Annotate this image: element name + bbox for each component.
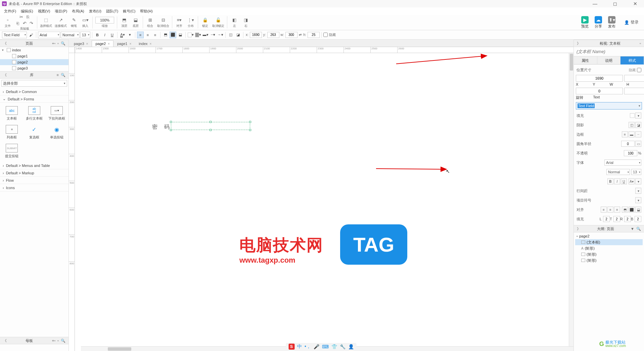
style-button[interactable]: ≡: [622, 131, 628, 137]
lib-category[interactable]: ›Default > Markup: [0, 169, 68, 177]
toolbar-锁定[interactable]: 🔒锁定: [199, 16, 211, 29]
bold-button[interactable]: B: [94, 32, 101, 38]
toolbar-pen[interactable]: ✎ 钢笔: [68, 16, 80, 29]
outline-item[interactable]: (文本框): [575, 239, 643, 245]
pad-t-input[interactable]: [613, 216, 620, 222]
panel-menu-icon[interactable]: ▫: [639, 41, 642, 45]
pad-l-input[interactable]: [603, 216, 610, 222]
tab-properties[interactable]: 属性: [574, 56, 597, 64]
minimize-button[interactable]: —: [588, 1, 602, 6]
canvas-vscroll[interactable]: [569, 53, 573, 346]
page-tree-item[interactable]: page2: [0, 59, 68, 65]
arrow-button[interactable]: →▾: [217, 32, 224, 38]
top-action-预览[interactable]: ▶预览: [579, 15, 591, 30]
style-name-select[interactable]: Text Field ▾: [576, 102, 642, 109]
library-item[interactable]: ≡列表框: [1, 124, 22, 141]
redo-icon[interactable]: ↷: [28, 20, 34, 26]
align-right-button[interactable]: ≡: [614, 207, 620, 213]
canvas-text-field[interactable]: [171, 122, 250, 130]
collapse-icon[interactable]: 《: [2, 41, 8, 46]
ime-icon[interactable]: 🔧: [340, 344, 346, 349]
close-tab-icon[interactable]: ×: [129, 42, 131, 46]
tab-notes[interactable]: 说明: [597, 56, 621, 64]
chevron-down-icon[interactable]: ▾: [635, 113, 641, 119]
valign-bottom-button[interactable]: ⬓: [177, 32, 184, 38]
lib-category[interactable]: ›Icons: [0, 184, 68, 191]
toolbar-组合[interactable]: ⊞组合: [144, 16, 156, 29]
toolbar-顶层[interactable]: ⬒顶层: [119, 16, 130, 29]
h-input[interactable]: [308, 32, 320, 38]
valign-middle-button[interactable]: ⬛: [170, 32, 176, 38]
undo-icon[interactable]: ↶: [21, 20, 28, 26]
num-input[interactable]: [621, 141, 635, 147]
underline-button[interactable]: U: [109, 32, 116, 38]
search-icon[interactable]: 🔍: [60, 339, 66, 343]
x-input[interactable]: [250, 32, 262, 38]
opacity-input[interactable]: [624, 150, 637, 156]
outline-item[interactable]: ▫page2: [575, 233, 643, 239]
search-icon[interactable]: 🔍: [60, 41, 66, 46]
ime-icon[interactable]: ⌨: [322, 344, 329, 349]
menu-item[interactable]: 账号(C): [121, 8, 137, 14]
toolbar-右[interactable]: ◨右: [240, 16, 251, 29]
lib-category[interactable]: ⌄Default > Forms: [0, 95, 68, 103]
sogou-icon[interactable]: S: [288, 344, 294, 350]
document-tab[interactable]: index×: [135, 40, 155, 47]
align-right-button[interactable]: ≡: [152, 32, 158, 38]
collapse-icon[interactable]: 》: [576, 226, 582, 231]
font-color-button[interactable]: A▾: [119, 32, 126, 38]
search-icon[interactable]: 🔍: [635, 227, 642, 231]
insp-rotation-input[interactable]: [576, 88, 623, 94]
add-page-icon[interactable]: +▫: [51, 41, 56, 45]
font-select[interactable]: Arial: [38, 32, 60, 38]
lib-menu-icon[interactable]: ≡: [56, 73, 60, 77]
add-folder-icon[interactable]: ▫: [56, 339, 60, 343]
zoom-select[interactable]: 100%: [95, 17, 114, 24]
shadow-in-button[interactable]: ◪: [235, 32, 241, 38]
toolbar-底层[interactable]: ⬓底层: [130, 16, 141, 29]
shadow-out-button[interactable]: ◫: [227, 32, 234, 38]
toolbar-insert[interactable]: ▭▾ 插入: [80, 16, 91, 29]
new-file-icon[interactable]: ▫: [3, 17, 12, 24]
style-paint-icon[interactable]: 🖌: [28, 32, 34, 38]
canvas-text-label[interactable]: 密 码: [152, 124, 172, 131]
filter-icon[interactable]: ▼: [630, 227, 635, 231]
toolbar-取消锁定[interactable]: 🔓取消锁定: [211, 16, 226, 29]
font-size-select[interactable]: 13: [631, 169, 641, 175]
toolbar-取消组合[interactable]: ⊟取消组合: [156, 16, 171, 29]
font-size-select[interactable]: 13: [80, 32, 90, 38]
library-item[interactable]: ◉单选按钮: [46, 124, 67, 141]
font-weight-select[interactable]: Normal: [606, 169, 630, 175]
toolbar-select-mode[interactable]: ⬚ 选择模式: [39, 16, 53, 29]
line-style-button[interactable]: ┈▾: [210, 32, 216, 38]
outline-item[interactable]: (矩形): [575, 251, 643, 257]
style-button[interactable]: ◪: [635, 122, 641, 128]
italic-button[interactable]: I: [614, 178, 620, 184]
lib-category[interactable]: ›Default > Menus and Table: [0, 162, 68, 169]
w-input[interactable]: [285, 32, 297, 38]
style-button[interactable]: ▬: [629, 131, 635, 137]
fill-color-button[interactable]: ▾: [187, 32, 194, 38]
library-item[interactable]: ▭▾下拉列表框: [46, 105, 67, 122]
canvas[interactable]: 密 码 电脑技术网 www.tagxp.com TAG: [75, 53, 573, 351]
toolbar-connect-mode[interactable]: ↗ 连接模式: [53, 16, 68, 29]
add-folder-icon[interactable]: ▫: [56, 41, 60, 45]
library-item[interactable]: ✓复选框: [24, 124, 45, 141]
insp-x-input[interactable]: [576, 75, 623, 82]
library-item[interactable]: abcd多行文本框: [24, 105, 45, 122]
page-tree-item[interactable]: ▾index: [0, 47, 68, 53]
page-tree-item[interactable]: page3: [0, 65, 68, 71]
style-button[interactable]: ▾: [635, 188, 641, 194]
collapse-icon[interactable]: 《: [2, 338, 8, 343]
lib-category[interactable]: ›Default > Common: [0, 88, 68, 95]
menu-item[interactable]: 发布(U): [87, 8, 103, 14]
align-left-button[interactable]: ≡: [137, 32, 144, 38]
library-item[interactable]: abc文本框: [1, 105, 22, 122]
style-button[interactable]: ▾: [635, 197, 641, 203]
style-button[interactable]: ◫: [629, 122, 635, 128]
extra-button[interactable]: ▾: [635, 178, 641, 184]
top-action-分享[interactable]: ☁分享: [593, 15, 604, 30]
document-tab[interactable]: page3×: [70, 40, 92, 47]
maximize-button[interactable]: ◻: [608, 1, 622, 6]
ime-icon[interactable]: 中: [297, 344, 302, 350]
